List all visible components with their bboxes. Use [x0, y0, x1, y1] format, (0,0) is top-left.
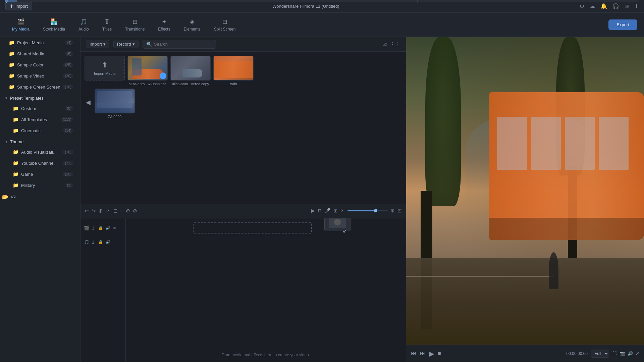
zoom-handle[interactable] [374, 209, 377, 212]
sidebar-item-sample-green-screen[interactable]: 📁 Sample Green Screen (10) [2, 82, 78, 92]
nav-effects[interactable]: ✦ Effects [153, 15, 175, 34]
sidebar-item-project-media[interactable]: 📁 Project Media (4) [2, 37, 78, 48]
import-icon: ⬆ [10, 4, 13, 9]
snap-icon[interactable]: ⊓ [318, 208, 322, 214]
notification-icon[interactable]: 🔔 [600, 3, 607, 9]
add-folder-icon[interactable]: 📂 [2, 194, 9, 200]
export-button[interactable]: Export [608, 19, 637, 30]
audio-mix-icon[interactable]: ⊞ [333, 208, 338, 214]
record-dropdown-arrow: ▾ [132, 42, 135, 47]
zoom-in-button[interactable]: ⊕ [390, 208, 395, 214]
media-label-tram2: alisa-anto...vered copy [170, 82, 211, 86]
play-button[interactable]: ▶ [429, 350, 434, 358]
titlebar-import-button[interactable]: ⬆ Import [5, 2, 32, 10]
tram-window-2 [531, 117, 561, 170]
sidebar-item-custom[interactable]: 📁 Custom (0) [6, 103, 78, 114]
media-thumb-tram[interactable]: + [127, 56, 168, 81]
sidebar-section-preset-templates[interactable]: ▼ Preset Templates [0, 94, 80, 103]
headphone-icon[interactable]: 🎧 [612, 3, 619, 9]
folder-icon-3: 📁 [9, 62, 14, 67]
eye-icon[interactable]: 👁 [113, 226, 117, 230]
mail-icon[interactable]: ✉ [625, 3, 629, 9]
audio-icon[interactable]: 🔊 [106, 226, 110, 230]
nav-transitions[interactable]: ⊞ Transitions [120, 15, 150, 34]
settings-icon[interactable]: ⚙ [580, 3, 584, 9]
split-button[interactable]: ⊘ [133, 208, 137, 214]
deselect-button[interactable]: ◻ [113, 208, 117, 214]
audio-track-row[interactable] [126, 235, 406, 249]
split-screen-label: Split Screen [214, 27, 236, 32]
screenshot-icon[interactable]: 📷 [620, 351, 625, 356]
cloud-icon[interactable]: ☁ [590, 3, 595, 9]
nav-audio[interactable]: 🎵 Audio [73, 15, 94, 34]
align-button[interactable]: ≡ [120, 208, 123, 214]
effects-label: Effects [158, 27, 170, 32]
progress-track[interactable] [5, 1, 639, 2]
prev-frame-button[interactable]: ⏮ [411, 351, 416, 357]
maximize-icon[interactable]: ⤢ [636, 351, 639, 356]
preview-progress-area: { } [5, 0, 639, 2]
nav-split-screen[interactable]: ⊟ Split Screen [209, 15, 241, 34]
media-item-train[interactable]: train [213, 56, 254, 86]
track-label-audio-1: 🎵 1 🔒 🔊 [80, 235, 125, 249]
sidebar-item-audio-viz[interactable]: 📁 Audio Visualizati... (10) [6, 147, 78, 157]
tram-window-4 [599, 117, 629, 170]
nav-my-media[interactable]: 🎬 My Media [7, 15, 35, 34]
media-back-arrow[interactable]: ◀ [86, 99, 91, 106]
folder-icon-6: 📁 [13, 106, 18, 111]
audio-lock-icon[interactable]: 🔒 [98, 240, 103, 244]
sample-video-count: (20) [63, 73, 73, 78]
audio-vol-icon[interactable]: 🔊 [106, 240, 110, 244]
stop-button[interactable]: ■ [437, 350, 441, 357]
import-media-placeholder[interactable]: ⬆ Import Media [85, 56, 125, 86]
search-bar[interactable]: 🔍 [143, 40, 216, 49]
import-dropdown-button[interactable]: Import ▾ [86, 40, 109, 48]
sidebar-item-sample-video[interactable]: 📁 Sample Video (20) [2, 70, 78, 81]
media-item-city[interactable]: ZA 9220 [95, 89, 135, 119]
nav-elements[interactable]: ◈ Elements [178, 15, 206, 34]
sidebar-item-youtube[interactable]: 📁 Youtube Channel (22) [6, 158, 78, 168]
titles-icon: T [105, 18, 109, 25]
sidebar-item-cinematic[interactable]: 📁 Cinematic (14) [6, 125, 78, 136]
nav-stock-media[interactable]: 🏪 Stock Media [38, 15, 70, 34]
add-to-timeline-button[interactable]: + [160, 72, 166, 79]
timeline-settings-icon[interactable]: ▶ [311, 208, 315, 214]
fit-timeline-button[interactable]: ⊡ [397, 208, 402, 214]
nav-titles[interactable]: T Titles [97, 15, 117, 34]
video-track-row[interactable]: ↙ [126, 221, 406, 235]
volume-icon[interactable]: 🔊 [628, 351, 633, 356]
sidebar-item-all-templates[interactable]: 📁 All Templates (113) [6, 114, 78, 125]
media-item-tram[interactable]: + alisa-anto...w-unsplash [127, 56, 168, 86]
media-thumb-tram2[interactable] [170, 56, 211, 81]
cut-button[interactable]: ✂ [106, 208, 111, 214]
media-thumb-city[interactable] [95, 89, 135, 113]
new-folder-icon[interactable]: 🗂 [11, 194, 16, 200]
import-thumb[interactable]: ⬆ Import Media [85, 56, 125, 81]
project-media-label: Project Media [17, 40, 44, 45]
cut-tl-icon[interactable]: ✂ [340, 208, 345, 214]
folder-icon-5: 📁 [9, 84, 14, 90]
sidebar-section-theme[interactable]: ▼ Theme [0, 137, 80, 146]
search-input[interactable] [154, 42, 213, 47]
sidebar-item-sample-color[interactable]: 📁 Sample Color (25) [2, 59, 78, 70]
media-item-tram2[interactable]: alisa-anto...vered copy [170, 56, 211, 86]
record-dropdown-button[interactable]: Record ▾ [113, 40, 139, 48]
fullscreen-icon[interactable]: ⛶ [612, 351, 617, 356]
sidebar-item-game[interactable]: 📁 Game (10) [6, 169, 78, 179]
sidebar-item-military[interactable]: 📁 Military (3) [6, 180, 78, 191]
download-icon[interactable]: ⬇ [634, 3, 639, 9]
grid-view-icon[interactable]: ⋮⋮ [390, 41, 400, 47]
delete-button[interactable]: 🗑 [99, 208, 104, 214]
project-media-count: (4) [65, 40, 73, 45]
quality-select[interactable]: Full [591, 350, 609, 358]
step-back-button[interactable]: ⏭ [420, 350, 426, 357]
undo-button[interactable]: ↩ [85, 208, 89, 214]
sidebar-item-shared-media[interactable]: 📁 Shared Media (5) [2, 48, 78, 59]
drop-zone[interactable]: ↙ [193, 222, 312, 234]
media-thumb-train[interactable] [213, 56, 254, 81]
filter-icon[interactable]: ⊿ [383, 41, 387, 47]
redo-button[interactable]: ↪ [92, 208, 96, 214]
mic-icon[interactable]: 🎤 [324, 208, 331, 214]
add-marker-button[interactable]: ⊕ [126, 208, 130, 214]
lock-icon[interactable]: 🔒 [98, 226, 103, 230]
